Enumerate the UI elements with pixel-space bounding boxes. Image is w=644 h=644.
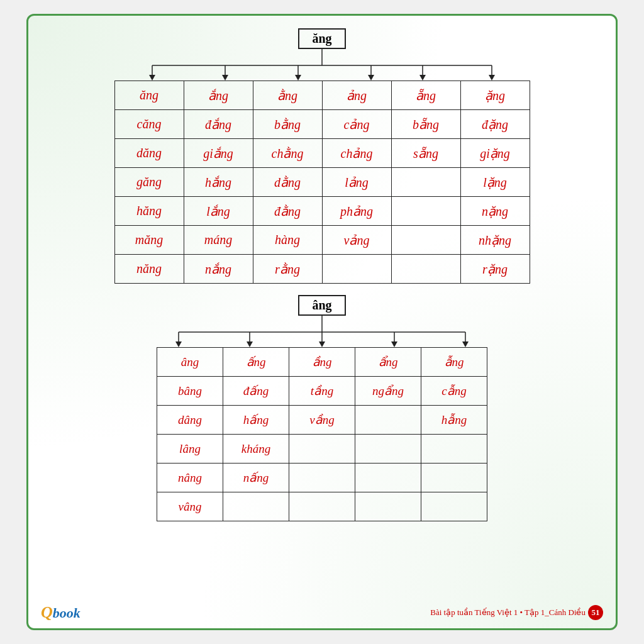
table-cell xyxy=(322,255,391,284)
table-cell: ăng xyxy=(114,81,184,110)
table-cell: đằng xyxy=(253,197,322,226)
root-label-ang: ăng xyxy=(312,31,331,45)
table-cell: đắng xyxy=(184,110,253,139)
table-cell: giặng xyxy=(460,139,530,168)
table-cell: cẫng xyxy=(421,377,487,406)
table-cell: năng xyxy=(114,255,184,284)
svg-marker-23 xyxy=(391,341,397,347)
table-cell: cảng xyxy=(322,110,391,139)
table-cell: ẵng xyxy=(391,81,460,110)
table-cell: măng xyxy=(114,226,184,255)
svg-marker-17 xyxy=(175,341,182,347)
table-cell xyxy=(355,464,421,492)
table-cell: dâng xyxy=(157,406,223,435)
table-cell: căng xyxy=(114,110,184,139)
table-cell: ngẩng xyxy=(355,377,421,406)
table-cell: ẫng xyxy=(421,348,487,377)
table-cell: vầng xyxy=(289,406,355,435)
table-cell: rằng xyxy=(253,255,322,284)
svg-marker-11 xyxy=(419,75,426,80)
table-cell: nhặng xyxy=(460,226,530,255)
table-cell xyxy=(355,435,421,464)
table-cell: chằng xyxy=(253,139,322,168)
table-cell xyxy=(421,492,487,521)
table-cell xyxy=(421,435,487,464)
svg-marker-7 xyxy=(295,75,301,80)
root-box-ang: ăng xyxy=(298,28,345,49)
table-cell: ấng xyxy=(223,348,289,377)
table-cell: lâng xyxy=(157,435,223,464)
table-cell: đặng xyxy=(460,110,530,139)
table-cell: hăng xyxy=(114,197,184,226)
table-cell: âng xyxy=(157,348,223,377)
svg-marker-9 xyxy=(368,75,374,80)
svg-marker-25 xyxy=(462,341,469,347)
table-cell: bâng xyxy=(157,377,223,406)
table-cell: máng xyxy=(184,226,253,255)
table-cell: hàng xyxy=(253,226,322,255)
table-cell: rặng xyxy=(460,255,530,284)
table-cell: giắng xyxy=(184,139,253,168)
table-cell: lắng xyxy=(184,197,253,226)
table-cell: ảng xyxy=(322,81,391,110)
logo: Qbook xyxy=(41,603,80,622)
svg-marker-19 xyxy=(247,341,253,347)
footer: Qbook Bài tập tuần Tiếng Việt 1 • Tập 1_… xyxy=(28,603,616,622)
table-cell: ặng xyxy=(460,81,530,110)
table-cell: lảng xyxy=(322,168,391,197)
table-cell: ầng xyxy=(289,348,355,377)
table-cell xyxy=(421,464,487,492)
svg-marker-21 xyxy=(319,341,325,347)
table-cell: nặng xyxy=(460,197,530,226)
page-number: 51 xyxy=(588,605,603,620)
page: ăng ăngắngằngảngẵngặngcăngđắngbằngcảngbẵ… xyxy=(26,14,618,630)
table-cell: bằng xyxy=(253,110,322,139)
table-cell: lặng xyxy=(460,168,530,197)
table-cell xyxy=(355,406,421,435)
table-cell xyxy=(391,197,460,226)
table-cell xyxy=(391,255,460,284)
table-cell xyxy=(223,492,289,521)
table-cell: găng xyxy=(114,168,184,197)
table-cell: nâng xyxy=(157,464,223,492)
table-ong: ângấngầngẩngẫngbângđấngtầngngẩngcẫngdâng… xyxy=(157,347,487,521)
table-cell xyxy=(289,435,355,464)
section-ong: âng ângấngầngẩngẫngbângđấngtầngngẩngcẫng… xyxy=(47,295,597,521)
table-cell: nấng xyxy=(223,464,289,492)
table-cell: hắng xyxy=(184,168,253,197)
footer-text: Bài tập tuần Tiếng Việt 1 • Tập 1_Cánh D… xyxy=(430,608,586,618)
table-cell: dăng xyxy=(114,139,184,168)
table-cell xyxy=(289,464,355,492)
table-cell: ẩng xyxy=(355,348,421,377)
table-cell: sẵng xyxy=(391,139,460,168)
table-cell: hấng xyxy=(223,406,289,435)
table-cell xyxy=(391,168,460,197)
table-cell: kháng xyxy=(223,435,289,464)
table-cell xyxy=(391,226,460,255)
table-cell: phảng xyxy=(322,197,391,226)
table-cell: vâng xyxy=(157,492,223,521)
table-cell xyxy=(355,492,421,521)
table-cell: đấng xyxy=(223,377,289,406)
table-cell: tầng xyxy=(289,377,355,406)
table-cell: hẫng xyxy=(421,406,487,435)
svg-marker-13 xyxy=(489,75,495,80)
table-cell: ằng xyxy=(253,81,322,110)
table-cell xyxy=(289,492,355,521)
table-cell: nắng xyxy=(184,255,253,284)
tree-lines-ang xyxy=(108,48,536,80)
table-cell: dằng xyxy=(253,168,322,197)
table-ang: ăngắngằngảngẵngặngcăngđắngbằngcảngbẵngđặ… xyxy=(114,80,530,284)
footer-info: Bài tập tuần Tiếng Việt 1 • Tập 1_Cánh D… xyxy=(430,605,603,620)
root-box-ong: âng xyxy=(298,295,345,316)
section-ang: ăng ăngắngằngảngẵngặngcăngđắngbằngcảngbẵ… xyxy=(47,28,597,284)
table-cell: ắng xyxy=(184,81,253,110)
tree-lines-ong xyxy=(143,314,501,347)
table-cell: chảng xyxy=(322,139,391,168)
table-cell: bẵng xyxy=(391,110,460,139)
root-label-ong: âng xyxy=(312,298,331,312)
svg-marker-5 xyxy=(222,75,228,80)
table-cell: vảng xyxy=(322,226,391,255)
svg-marker-3 xyxy=(149,75,155,80)
